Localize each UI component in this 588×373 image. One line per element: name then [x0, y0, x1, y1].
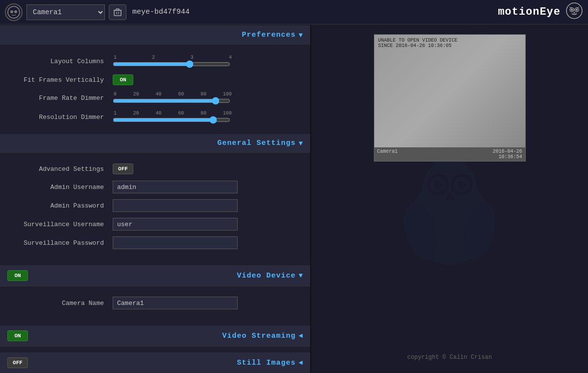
camera-name-label: Camera Name — [0, 300, 113, 307]
camera-error-text: UNABLE TO OPEN VIDEO DEVICE SINCE 2016-0… — [374, 35, 462, 51]
delete-button[interactable] — [109, 4, 126, 20]
video-device-toggle-left: ON — [7, 270, 28, 281]
fr-tick100: 100 — [223, 92, 232, 97]
surveillance-username-label: Surveillance Username — [0, 221, 113, 228]
admin-username-input[interactable] — [113, 181, 238, 193]
video-streaming-header[interactable]: ON Video Streaming ◄ — [0, 326, 310, 347]
surveillance-password-row: Surveillance Password — [0, 233, 310, 252]
video-device-content: Camera Name — [0, 286, 310, 320]
surveillance-password-input[interactable] — [113, 236, 238, 249]
video-streaming-toggle[interactable]: ON — [7, 330, 28, 341]
app-owl-icon — [565, 2, 583, 22]
advanced-settings-label: Advanced Settings — [0, 165, 113, 173]
preferences-header[interactable]: Preferences ▼ — [0, 26, 310, 45]
video-device-header[interactable]: ON Video Device ▼ — [0, 265, 310, 286]
res-tick40: 40 — [156, 111, 162, 116]
separator3 — [0, 347, 310, 352]
surveillance-username-control — [113, 218, 300, 231]
svg-point-0 — [8, 6, 20, 18]
advanced-settings-row: Advanced Settings OFF — [0, 160, 310, 178]
layout-columns-label: Layout Columns — [0, 58, 113, 65]
res-tick60: 60 — [178, 111, 184, 116]
video-streaming-title: Video Streaming — [222, 332, 296, 340]
camera-name-input[interactable] — [113, 297, 238, 309]
svg-point-11 — [571, 9, 573, 11]
main-container: Preferences ▼ Layout Columns 1 2 3 4 — [0, 24, 588, 373]
camera-feed-inner: UNABLE TO OPEN VIDEO DEVICE SINCE 2016-0… — [374, 35, 525, 147]
surveillance-username-row: Surveillance Username — [0, 215, 310, 233]
video-device-title: Video Device — [237, 272, 296, 280]
layout-columns-control: 1 2 3 4 — [113, 55, 300, 68]
svg-marker-13 — [573, 12, 575, 13]
still-images-toggle-left: OFF — [7, 357, 28, 368]
svg-point-2 — [14, 10, 17, 13]
error-line1: UNABLE TO OPEN VIDEO DEVICE — [378, 38, 458, 43]
fr-tick0: 0 — [114, 92, 117, 97]
lc-tick1: 1 — [114, 55, 117, 60]
admin-password-input[interactable] — [113, 199, 238, 212]
frame-rate-slider[interactable] — [113, 97, 230, 105]
still-images-chevron: ◄ — [299, 359, 303, 367]
res-tick20: 20 — [133, 111, 139, 116]
general-settings-chevron: ▼ — [299, 140, 303, 147]
resolution-slider[interactable] — [113, 116, 230, 124]
surveillance-username-input[interactable] — [113, 218, 238, 231]
camera-feed: UNABLE TO OPEN VIDEO DEVICE SINCE 2016-0… — [374, 34, 526, 162]
video-streaming-toggle-left: ON — [7, 330, 28, 341]
copyright: copyright © Calin Crisan — [407, 354, 492, 363]
app-logo[interactable] — [5, 3, 23, 21]
fit-frames-row: Fit Frames Vertically ON — [0, 71, 310, 89]
fit-frames-toggle[interactable]: ON — [113, 74, 133, 85]
admin-password-label: Admin Password — [0, 202, 113, 210]
surveillance-password-control — [113, 236, 300, 249]
camera-name-row: Camera Name — [0, 294, 310, 312]
separator1 — [0, 259, 310, 265]
general-settings-content: Advanced Settings OFF Admin Username Adm… — [0, 153, 310, 259]
lc-tick4: 4 — [229, 55, 232, 60]
res-tick80: 80 — [200, 111, 206, 116]
video-streaming-chevron: ◄ — [299, 332, 303, 340]
camera-name-control — [113, 297, 300, 309]
resolution-label: Resolution Dimmer — [0, 114, 113, 121]
still-images-toggle[interactable]: OFF — [7, 357, 28, 368]
res-tick1: 1 — [114, 111, 117, 116]
fr-tick40: 40 — [156, 92, 162, 97]
preferences-content: Layout Columns 1 2 3 4 Fit Frames V — [0, 45, 310, 134]
resolution-row: Resolution Dimmer 1 20 40 60 80 100 — [0, 108, 310, 127]
fit-frames-control: ON — [113, 74, 300, 85]
layout-columns-slider[interactable] — [113, 60, 230, 68]
owl-watermark — [381, 143, 518, 282]
res-tick100: 100 — [223, 111, 232, 116]
svg-point-12 — [576, 9, 578, 11]
svg-point-23 — [458, 181, 466, 188]
surveillance-password-label: Surveillance Password — [0, 239, 113, 247]
left-panel: Preferences ▼ Layout Columns 1 2 3 4 — [0, 24, 311, 373]
lc-tick2: 2 — [152, 55, 155, 60]
admin-password-row: Admin Password — [0, 196, 310, 215]
admin-password-control — [113, 199, 300, 212]
fr-tick20: 20 — [133, 92, 139, 97]
svg-point-1 — [10, 10, 13, 13]
advanced-settings-control: OFF — [113, 163, 300, 174]
preferences-title: Preferences — [242, 31, 296, 39]
svg-point-8 — [566, 3, 582, 19]
resolution-control: 1 20 40 60 80 100 — [113, 111, 300, 124]
admin-username-label: Admin Username — [0, 184, 113, 191]
admin-username-control — [113, 181, 300, 193]
video-device-toggle[interactable]: ON — [7, 270, 28, 281]
svg-rect-3 — [114, 10, 121, 16]
general-settings-header[interactable]: General Settings ▼ — [0, 134, 310, 153]
frame-rate-label: Frame Rate Dimmer — [0, 94, 113, 102]
app-title: motionEye — [498, 6, 561, 18]
svg-point-20 — [434, 181, 442, 188]
error-line2: SINCE 2016-04-26 10:36:05 — [378, 43, 458, 48]
preferences-chevron: ▼ — [299, 31, 303, 39]
top-bar-right: motionEye — [498, 2, 583, 22]
still-images-header[interactable]: OFF Still Images ◄ — [0, 352, 310, 373]
advanced-settings-toggle[interactable]: OFF — [113, 163, 133, 174]
lc-tick3: 3 — [191, 55, 194, 60]
general-settings-title: General Settings — [218, 139, 296, 147]
camera-select[interactable]: Camera1 — [26, 4, 105, 20]
top-bar-left: Camera1 meye-bd47f944 — [5, 3, 190, 21]
layout-columns-row: Layout Columns 1 2 3 4 — [0, 52, 310, 71]
